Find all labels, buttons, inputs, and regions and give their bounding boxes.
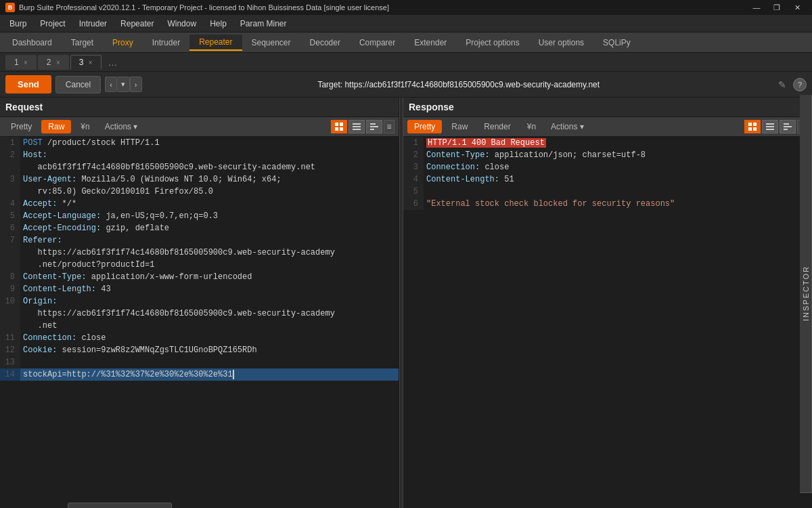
response-code-area[interactable]: 1 HTTP/1.1 400 Bad Request 2 Content-Typ… [403, 137, 812, 508]
response-line-4: 4 Content-Length: 51 [403, 173, 812, 186]
repeater-tab-3[interactable]: 3 × [70, 55, 102, 70]
code-line-13: 13 [0, 356, 399, 368]
svg-rect-14 [766, 123, 774, 125]
request-tab-yn[interactable]: ¥n [74, 120, 96, 133]
svg-rect-2 [335, 127, 338, 131]
nav-back-button[interactable]: ‹ [105, 77, 116, 92]
response-panel-title: Response [403, 98, 812, 117]
code-line-6: 6 Accept-Encoding: gzip, deflate [0, 222, 399, 234]
tab-target[interactable]: Target [62, 35, 103, 50]
svg-rect-17 [784, 123, 789, 125]
nav-back-dropdown[interactable]: ▾ [116, 77, 130, 92]
window-controls[interactable]: — ❐ ✕ [747, 0, 807, 15]
close-button[interactable]: ✕ [788, 0, 807, 15]
cancel-button[interactable]: Cancel [55, 76, 101, 93]
code-line-14: 14 stockApi=http://%31%32%37%2e%30%2e%30… [0, 368, 399, 381]
request-panel-title: Request [0, 98, 399, 117]
code-line-5: 5 Accept-Language: ja,en-US;q=0.7,en;q=0… [0, 210, 399, 222]
menu-window[interactable]: Window [160, 17, 203, 30]
response-panel: Response Pretty Raw Render ¥n Actions ▾ … [403, 98, 812, 508]
svg-rect-6 [353, 129, 361, 130]
tab-project-options[interactable]: Project options [456, 35, 528, 50]
svg-rect-15 [766, 126, 774, 127]
svg-rect-7 [370, 123, 376, 125]
code-line-10c2: .net [0, 320, 399, 332]
svg-rect-9 [370, 129, 374, 130]
code-line-4: 4 Accept: */* [0, 198, 399, 210]
request-code-area[interactable]: 1 POST /product/stock HTTP/1.1 2 Host: a… [0, 137, 399, 508]
code-line-7c2: .net/product?productId=1 [0, 259, 399, 271]
target-edit-button[interactable]: ✎ [775, 78, 789, 91]
code-line-10: 10 Origin: [0, 295, 399, 308]
tab-proxy[interactable]: Proxy [103, 35, 143, 50]
svg-rect-0 [335, 123, 338, 126]
repeater-tab-2[interactable]: 2 × [38, 55, 69, 70]
code-line-8: 8 Content-Type: application/x-www-form-u… [0, 271, 399, 283]
maximize-button[interactable]: ❐ [767, 0, 786, 15]
menu-project[interactable]: Project [33, 17, 72, 30]
request-view-buttons: ≡ [331, 120, 394, 133]
minimize-button[interactable]: — [747, 0, 766, 15]
send-button[interactable]: Send [5, 75, 51, 93]
svg-rect-10 [748, 123, 752, 126]
inspector-tab[interactable]: INSPECTOR [800, 95, 812, 493]
code-line-2c: acb61f3f1f74c14680bf8165005900c9.web-sec… [0, 161, 399, 173]
tab-decoder[interactable]: Decoder [300, 35, 350, 50]
target-help-button[interactable]: ? [793, 78, 807, 91]
response-view-grid[interactable] [744, 120, 761, 133]
response-tab-yn[interactable]: ¥n [520, 120, 543, 133]
menu-burp[interactable]: Burp [3, 17, 33, 30]
request-tab-raw[interactable]: Raw [41, 120, 71, 133]
window-title: Burp Suite Professional v2020.12.1 - Tem… [19, 3, 389, 12]
menu-repeater[interactable]: Repeater [114, 17, 160, 30]
repeater-tab-bar: 1 × 2 × 3 × … [0, 53, 812, 72]
request-tab-pretty[interactable]: Pretty [4, 120, 39, 133]
tab-user-options[interactable]: User options [529, 35, 593, 50]
repeater-tab-more[interactable]: … [103, 55, 123, 70]
repeater-tab-1[interactable]: 1 × [5, 55, 37, 70]
menu-help[interactable]: Help [203, 17, 233, 30]
tab-sqlipy[interactable]: SQLiPy [593, 35, 640, 50]
tab-intruder[interactable]: Intruder [143, 35, 189, 50]
request-panel: Request Pretty Raw ¥n Actions ▾ ≡ [0, 98, 399, 508]
response-tab-pretty[interactable]: Pretty [407, 120, 442, 133]
tab-sequencer[interactable]: Sequencer [242, 35, 300, 50]
menu-intruder[interactable]: Intruder [72, 17, 114, 30]
target-label: Target: https://acb61f3f1f74c14680bf8165… [146, 80, 772, 89]
svg-rect-13 [753, 127, 757, 131]
response-tab-raw[interactable]: Raw [445, 120, 474, 133]
svg-rect-18 [784, 126, 792, 127]
response-view-list[interactable] [762, 120, 778, 133]
code-line-7: 7 Referer: [0, 234, 399, 247]
title-bar-left: B Burp Suite Professional v2020.12.1 - T… [5, 3, 389, 12]
code-line-2: 2 Host: [0, 149, 399, 161]
repeater-toolbar: Send Cancel ‹ ▾ › Target: https://acb61f… [0, 72, 812, 98]
code-line-3: 3 User-Agent: Mozilla/5.0 (Windows NT 10… [0, 173, 399, 186]
menu-param-miner[interactable]: Param Miner [233, 17, 294, 30]
request-view-text[interactable] [366, 120, 382, 133]
response-actions-button[interactable]: Actions ▾ [545, 120, 589, 133]
request-panel-toolbar: Pretty Raw ¥n Actions ▾ ≡ [0, 117, 399, 137]
response-view-text[interactable] [780, 120, 796, 133]
nav-group: ‹ ▾ › [105, 77, 141, 92]
content-area: Request Pretty Raw ¥n Actions ▾ ≡ [0, 98, 812, 508]
request-actions-button[interactable]: Actions ▾ [99, 120, 143, 133]
code-line-7c1: https://acb61f3f1f74c14680bf8165005900c9… [0, 247, 399, 259]
tab-dashboard[interactable]: Dashboard [3, 35, 62, 50]
response-panel-toolbar: Pretty Raw Render ¥n Actions ▾ ≡ [403, 117, 812, 137]
request-view-grid[interactable] [331, 120, 347, 133]
svg-rect-19 [784, 129, 788, 130]
response-line-3: 3 Connection: close [403, 161, 812, 173]
code-line-9: 9 Content-Length: 43 [0, 283, 399, 295]
tab-comparer[interactable]: Comparer [350, 35, 405, 50]
tab-extender[interactable]: Extender [405, 35, 456, 50]
code-line-1: 1 POST /product/stock HTTP/1.1 [0, 137, 399, 149]
app-icon: B [5, 3, 15, 12]
request-panel-menu[interactable]: ≡ [384, 120, 394, 133]
tab-repeater[interactable]: Repeater [189, 35, 242, 51]
response-tab-render[interactable]: Render [477, 120, 517, 133]
svg-rect-4 [353, 123, 361, 125]
menu-bar: Burp Project Intruder Repeater Window He… [0, 15, 812, 33]
request-view-list[interactable] [348, 120, 365, 133]
nav-fwd-button[interactable]: › [130, 77, 142, 92]
